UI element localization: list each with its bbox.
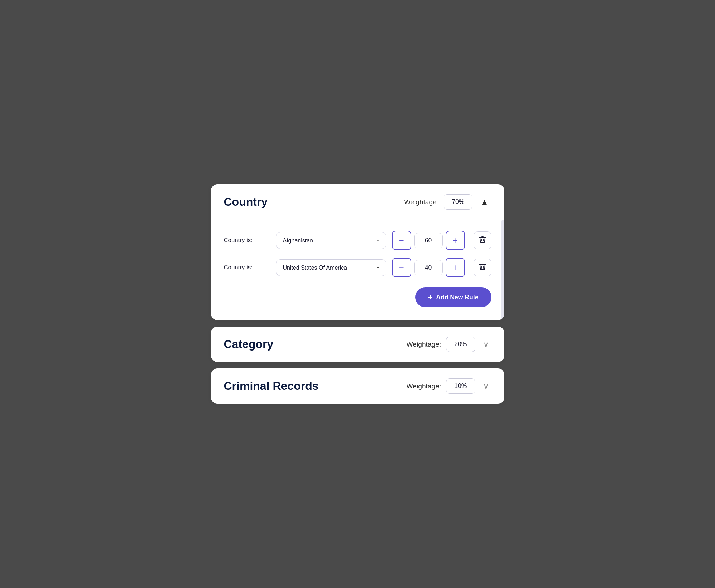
rule-1-counter-value: 60 [414,233,443,248]
criminal-records-expand-button[interactable]: ∨ [480,381,491,392]
category-weightage-group: Weightage: 20% ∨ [407,337,491,352]
rule-2-decrement-button[interactable]: − [392,258,411,277]
rule-1-country-select[interactable]: Afghanistan United States Of America Can… [276,232,386,249]
category-card-header: Category Weightage: 20% ∨ [211,327,504,362]
category-card: Category Weightage: 20% ∨ [211,327,504,362]
plus-icon-2: + [452,263,458,273]
criminal-records-card-header: Criminal Records Weightage: 10% ∨ [211,368,504,404]
criminal-records-card: Criminal Records Weightage: 10% ∨ [211,368,504,404]
criminal-records-card-title: Criminal Records [224,379,319,393]
country-card: Country Weightage: 70% ▲ Country is: Afg… [211,184,504,320]
rule-2-country-select[interactable]: Afghanistan United States Of America Can… [276,259,386,276]
category-card-title: Category [224,338,274,351]
rule-1-counter-group: − 60 + [392,231,465,250]
rule-1-delete-button[interactable] [474,231,491,249]
rule-1-decrement-button[interactable]: − [392,231,411,250]
rule-2-counter-value: 40 [414,260,443,275]
rule-row-1: Country is: Afghanistan United States Of… [224,231,491,250]
add-rule-row: + Add New Rule [224,287,491,307]
criminal-records-weightage-value: 10% [446,378,475,394]
country-card-body: Country is: Afghanistan United States Of… [211,220,504,320]
category-weightage-value: 20% [446,337,475,352]
country-chevron-up-icon: ▲ [480,197,488,207]
minus-icon: − [399,235,404,246]
category-weightage-label: Weightage: [407,340,441,348]
country-collapse-button[interactable]: ▲ [478,196,491,208]
country-weightage-label: Weightage: [404,198,439,206]
category-expand-button[interactable]: ∨ [480,339,491,350]
trash-icon-1 [479,236,486,245]
country-weightage-value: 70% [444,194,472,210]
rule-2-counter-group: − 40 + [392,258,465,277]
rule-1-increment-button[interactable]: + [446,231,465,250]
scrollbar [501,227,503,313]
rule-2-delete-button[interactable] [474,259,491,276]
criminal-records-weightage-label: Weightage: [407,382,441,390]
criminal-records-chevron-down-icon: ∨ [483,382,489,391]
trash-icon-2 [479,263,486,273]
country-card-header: Country Weightage: 70% ▲ [211,184,504,220]
rule-2-label: Country is: [224,264,270,271]
rule-2-increment-button[interactable]: + [446,258,465,277]
category-chevron-down-icon: ∨ [483,340,489,349]
rule-1-label: Country is: [224,237,270,244]
rule-row-2: Country is: Afghanistan United States Of… [224,258,491,277]
main-wrapper: Country Weightage: 70% ▲ Country is: Afg… [211,184,504,404]
minus-icon-2: − [399,263,404,273]
add-new-rule-button[interactable]: + Add New Rule [415,287,491,307]
country-card-title: Country [224,195,268,209]
criminal-records-weightage-group: Weightage: 10% ∨ [407,378,491,394]
add-rule-plus-icon: + [428,293,432,302]
plus-icon: + [452,235,458,246]
country-weightage-group: Weightage: 70% ▲ [404,194,491,210]
add-rule-label: Add New Rule [436,294,478,301]
